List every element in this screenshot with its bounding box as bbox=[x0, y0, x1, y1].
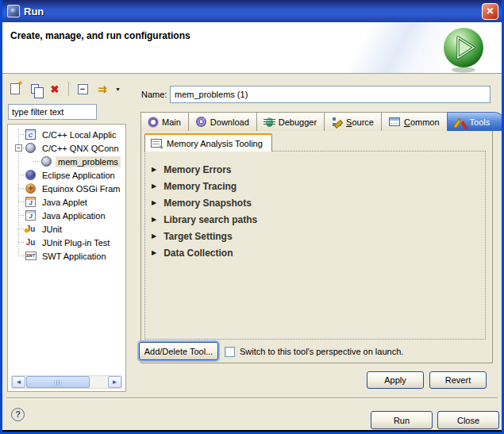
run-dialog-icon bbox=[7, 5, 20, 17]
qnx-qconnect-icon bbox=[41, 156, 52, 167]
junit-plugin-icon: Ju bbox=[26, 238, 36, 247]
filter-input[interactable] bbox=[8, 104, 97, 120]
scrollbar-thumb[interactable] bbox=[26, 376, 90, 388]
tree-item-eclipse-application[interactable]: Eclipse Application bbox=[8, 168, 117, 182]
tree-item-junit-plugin[interactable]: Ju JUnit Plug-in Test bbox=[8, 236, 112, 249]
tab-main[interactable]: Main bbox=[140, 112, 189, 131]
download-tab-icon bbox=[196, 117, 206, 127]
tree-item-java-application[interactable]: J Java Application bbox=[8, 209, 108, 222]
java-application-icon: J bbox=[25, 210, 36, 221]
delete-icon: ✖ bbox=[51, 84, 60, 94]
main-tab-icon bbox=[148, 117, 158, 127]
collapsed-arrow-icon: ▶ bbox=[152, 249, 156, 256]
collapsed-arrow-icon: ▶ bbox=[152, 199, 156, 206]
tree-item-equinox-osgi[interactable]: ✛ Equinox OSGi Fram bbox=[8, 182, 122, 195]
tab-debugger[interactable]: Debugger bbox=[256, 112, 325, 131]
revert-button[interactable]: Revert bbox=[429, 371, 487, 389]
tab-common[interactable]: Common bbox=[381, 112, 448, 131]
name-input[interactable] bbox=[170, 86, 491, 103]
equinox-osgi-icon: ✛ bbox=[25, 183, 36, 194]
footer-separator bbox=[6, 398, 498, 399]
source-tab-icon bbox=[332, 117, 342, 127]
run-button[interactable]: Run bbox=[371, 411, 433, 429]
name-label: Name: bbox=[141, 90, 167, 99]
tree-item-swt-application[interactable]: SWT SWT Application bbox=[8, 249, 109, 263]
launch-configurations-tree: C C/C++ Local Applic − C/C++ QNX QConn m… bbox=[7, 124, 126, 392]
delete-configuration-button[interactable]: ✖ bbox=[48, 82, 62, 96]
collapsed-arrow-icon: ▶ bbox=[152, 216, 156, 223]
qnx-qconnect-icon bbox=[25, 143, 36, 153]
tree-item-java-applet[interactable]: J Java Applet bbox=[8, 195, 90, 209]
filter-icon: ⇉ bbox=[98, 83, 107, 95]
section-memory-errors[interactable]: ▶ Memory Errors bbox=[152, 161, 485, 178]
header-message: Create, manage, and run configurations bbox=[10, 30, 190, 41]
switch-perspective-label: Switch to this tool's perspective on lau… bbox=[240, 347, 403, 356]
copy-icon bbox=[31, 84, 39, 94]
section-memory-tracing[interactable]: ▶ Memory Tracing bbox=[152, 178, 485, 194]
tools-tab-icon bbox=[455, 117, 466, 128]
c-application-icon: C bbox=[25, 129, 36, 140]
dialog-header: Create, manage, and run configurations bbox=[2, 22, 502, 74]
eclipse-application-icon bbox=[25, 170, 36, 180]
collapsed-arrow-icon: ▶ bbox=[152, 182, 156, 190]
switch-perspective-checkbox[interactable] bbox=[225, 347, 235, 357]
java-applet-icon: J bbox=[25, 197, 36, 207]
close-button[interactable]: Close bbox=[437, 411, 499, 429]
help-button[interactable]: ? bbox=[11, 408, 25, 421]
close-window-button[interactable]: ✕ bbox=[482, 3, 498, 20]
new-configuration-button[interactable]: ✦ bbox=[8, 82, 22, 96]
scroll-right-arrow-icon[interactable]: ► bbox=[108, 376, 121, 388]
tab-download[interactable]: Download bbox=[188, 112, 257, 131]
tree-item-cpp-local[interactable]: C C/C++ Local Applic bbox=[8, 128, 119, 141]
memory-analysis-tab-icon bbox=[151, 139, 162, 148]
configurations-toolbar: ✦ ✖ − ⇉ ▼ bbox=[8, 80, 121, 98]
toolbar-separator bbox=[68, 82, 69, 96]
collapse-expander-icon[interactable]: − bbox=[15, 144, 22, 152]
section-library-search-paths[interactable]: ▶ Library search paths bbox=[152, 211, 485, 228]
swt-application-icon: SWT bbox=[25, 252, 37, 260]
section-target-settings[interactable]: ▶ Target Settings bbox=[152, 228, 485, 244]
section-data-collection[interactable]: ▶ Data Collection bbox=[152, 244, 485, 261]
memory-analysis-tooling-tab[interactable]: Memory Analysis Tooling bbox=[144, 133, 272, 152]
run-sphere-icon bbox=[441, 26, 486, 74]
tree-item-junit[interactable]: Ju JUnit bbox=[8, 222, 64, 236]
window-title: Run bbox=[24, 6, 44, 17]
collapsed-arrow-icon: ▶ bbox=[152, 232, 156, 240]
section-memory-snapshots[interactable]: ▶ Memory Snapshots bbox=[152, 194, 485, 211]
add-delete-tool-button[interactable]: Add/Delete Tool... bbox=[139, 342, 218, 360]
duplicate-configuration-button[interactable] bbox=[28, 82, 42, 96]
title-bar[interactable]: Run bbox=[2, 0, 502, 22]
tree-item-qnx-qconn[interactable]: − C/C++ QNX QConn bbox=[8, 141, 121, 155]
tab-row: Main Download Debugger Source Common Too… bbox=[140, 112, 504, 131]
tree-item-mem-problems[interactable]: mem_problems bbox=[8, 155, 121, 168]
debugger-tab-icon bbox=[266, 117, 273, 127]
tree-horizontal-scrollbar[interactable]: ◄ ► bbox=[11, 375, 122, 389]
common-tab-icon bbox=[389, 117, 400, 126]
tab-tools[interactable]: Tools bbox=[447, 112, 504, 131]
collapsed-arrow-icon: ▶ bbox=[152, 166, 156, 173]
tab-source[interactable]: Source bbox=[324, 112, 382, 131]
collapse-all-icon: − bbox=[78, 84, 88, 94]
new-star-icon: ✦ bbox=[17, 79, 24, 87]
memory-analysis-content: ▶ Memory Errors ▶ Memory Tracing ▶ Memor… bbox=[144, 151, 486, 340]
scroll-left-arrow-icon[interactable]: ◄ bbox=[12, 376, 25, 388]
filter-dropdown-arrow[interactable]: ▼ bbox=[115, 86, 121, 92]
apply-button[interactable]: Apply bbox=[367, 371, 424, 389]
collapse-all-button[interactable]: − bbox=[75, 82, 90, 96]
run-dialog: Run ✕ Create, manage, and run configurat… bbox=[0, 0, 504, 434]
filter-configurations-button[interactable]: ⇉ bbox=[95, 82, 110, 96]
